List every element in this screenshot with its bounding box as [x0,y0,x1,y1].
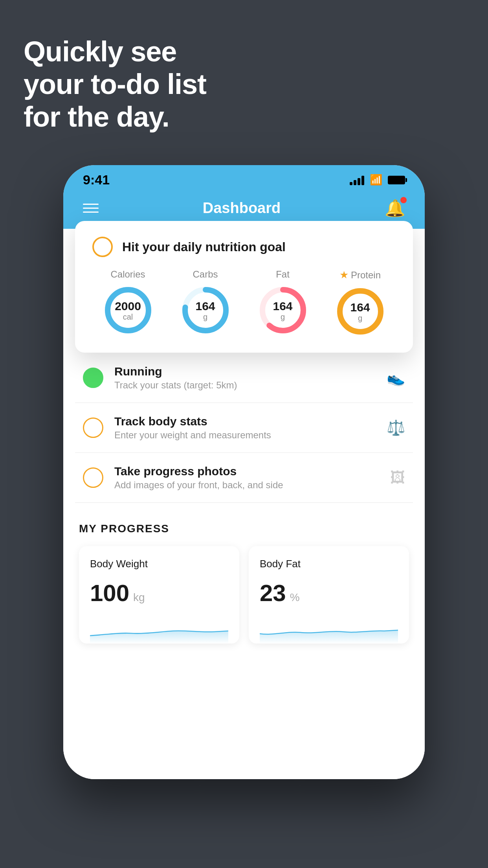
body-fat-chart [260,616,398,644]
body-weight-value-row: 100 kg [90,579,228,607]
body-stats-check-circle[interactable] [83,417,103,438]
running-name: Running [114,365,376,378]
body-fat-card: Body Fat 23 % [249,546,409,644]
photos-check-circle[interactable] [83,467,103,488]
body-weight-card: Body Weight 100 kg [79,546,239,644]
body-stats-text: Track body stats Enter your weight and m… [114,415,376,441]
body-fat-title: Body Fat [260,558,398,570]
hamburger-menu-icon[interactable] [83,204,99,213]
progress-cards: Body Weight 100 kg [79,546,409,644]
body-fat-unit: % [290,591,300,604]
headline-line1: Quickly see [24,35,206,68]
running-text: Running Track your stats (target: 5km) [114,365,376,391]
protein-label: Protein [351,270,381,281]
signal-icon [350,175,364,185]
carbs-donut: 164 g [180,285,231,336]
body-fat-num: 23 [260,579,286,607]
body-weight-title: Body Weight [90,558,228,570]
body-weight-unit: kg [133,591,145,604]
nutrition-card-header: Hit your daily nutrition goal [92,237,396,257]
photo-icon: 🖼 [390,469,405,486]
progress-title: MY PROGRESS [79,522,409,535]
photos-desc: Add images of your front, back, and side [114,480,379,491]
fat-label: Fat [276,269,290,280]
progress-section: MY PROGRESS Body Weight 100 kg [63,503,425,659]
nutrition-check-circle[interactable] [92,237,113,257]
status-bar: 9:41 📶 [63,165,425,191]
nutrition-title: Hit your daily nutrition goal [122,240,286,254]
nutrition-circles: Calories 2000 cal [92,269,396,337]
notification-dot [400,197,407,203]
protein-donut: 164 g [335,286,386,337]
body-weight-num: 100 [90,579,129,607]
protein-circle-item: ★ Protein 164 g [335,269,386,337]
shoe-icon: 👟 [387,369,405,386]
app-content: THINGS TO DO TODAY Hit your daily nutrit… [63,229,425,779]
carbs-value: 164 [195,300,215,313]
phone-wrapper: 9:41 📶 [63,165,425,779]
calories-unit: cal [115,313,141,321]
photos-name: Take progress photos [114,465,379,478]
todo-list: Running Track your stats (target: 5km) 👟… [63,353,425,503]
carbs-label: Carbs [193,269,218,280]
calories-value: 2000 [115,300,141,313]
fat-value: 164 [273,300,292,313]
headline: Quickly see your to-do list for the day. [24,35,206,133]
fat-donut: 164 g [257,285,308,336]
battery-icon [388,176,405,184]
nutrition-card: Hit your daily nutrition goal Calories [75,221,413,353]
fat-unit: g [273,313,292,321]
notification-bell-button[interactable]: 🔔 [385,199,405,218]
scale-icon: ⚖️ [387,419,405,436]
phone: 9:41 📶 [63,165,425,779]
running-check-circle[interactable] [83,368,103,388]
todo-item-photos[interactable]: Take progress photos Add images of your … [75,453,413,503]
protein-value: 164 [350,301,370,314]
headline-line3: for the day. [24,101,206,133]
star-icon: ★ [339,269,349,281]
calories-label: Calories [110,269,145,280]
running-desc: Track your stats (target: 5km) [114,380,376,391]
body-stats-desc: Enter your weight and measurements [114,430,376,441]
headline-line2: your to-do list [24,68,206,101]
todo-item-running[interactable]: Running Track your stats (target: 5km) 👟 [75,353,413,403]
todo-item-body-stats[interactable]: Track body stats Enter your weight and m… [75,403,413,453]
protein-unit: g [350,314,370,322]
status-icons: 📶 [350,174,405,186]
body-fat-value-row: 23 % [260,579,398,607]
fat-circle-item: Fat 164 g [257,269,308,336]
carbs-unit: g [195,313,215,321]
body-weight-chart [90,616,228,644]
protein-label-wrapper: ★ Protein [339,269,381,281]
wifi-icon: 📶 [370,174,382,186]
carbs-circle-item: Carbs 164 g [180,269,231,336]
app-title: Dashboard [203,200,281,217]
calories-circle-item: Calories 2000 cal [103,269,154,336]
body-stats-name: Track body stats [114,415,376,428]
status-time: 9:41 [83,172,110,188]
calories-donut: 2000 cal [103,285,154,336]
photos-text: Take progress photos Add images of your … [114,465,379,491]
